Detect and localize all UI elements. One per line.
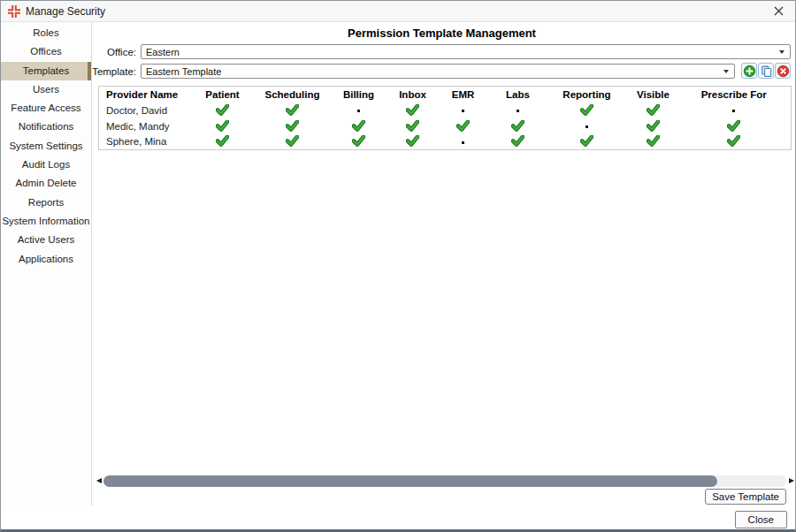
table-body: Doctor, DavidMedic, MandySphere, Mina xyxy=(99,103,792,150)
office-value: Eastern xyxy=(146,47,180,57)
permission-dot-icon[interactable] xyxy=(435,134,492,150)
column-header: Labs xyxy=(492,87,545,103)
column-header: Prescribe For xyxy=(677,87,792,103)
column-header: Provider Name xyxy=(99,87,188,103)
permission-check-icon[interactable] xyxy=(327,118,391,134)
sidebar-item-system-information[interactable]: System Information xyxy=(1,212,91,231)
permission-check-icon[interactable] xyxy=(630,134,677,150)
copy-template-button[interactable] xyxy=(758,63,774,79)
table-header-row: Provider NamePatientSchedulingBillingInb… xyxy=(99,87,792,103)
template-label: Template: xyxy=(85,66,136,77)
permission-check-icon[interactable] xyxy=(391,134,435,150)
titlebar: Manage Security xyxy=(1,1,795,22)
permission-check-icon[interactable] xyxy=(630,118,677,134)
permission-check-icon[interactable] xyxy=(188,134,258,150)
sidebar-item-offices[interactable]: Offices xyxy=(1,42,91,61)
permissions-table: Provider NamePatientSchedulingBillingInb… xyxy=(98,86,792,150)
permission-check-icon[interactable] xyxy=(677,134,792,150)
permission-check-icon[interactable] xyxy=(258,134,327,150)
sidebar-item-templates[interactable]: Templates xyxy=(1,62,91,80)
sidebar-item-system-settings[interactable]: System Settings xyxy=(1,137,91,156)
column-header: Visible xyxy=(630,87,677,103)
chevron-down-icon xyxy=(723,70,729,73)
permission-check-icon[interactable] xyxy=(435,118,492,134)
column-header: EMR xyxy=(435,87,492,103)
provider-row[interactable]: Doctor, David xyxy=(99,103,792,118)
column-header: Scheduling xyxy=(258,87,327,103)
chevron-down-icon xyxy=(779,50,785,54)
permission-check-icon[interactable] xyxy=(492,118,545,134)
permission-check-icon[interactable] xyxy=(258,103,327,118)
copy-pages-icon xyxy=(760,65,773,78)
permission-check-icon[interactable] xyxy=(391,103,435,118)
provider-row[interactable]: Sphere, Mina xyxy=(99,134,792,150)
plus-circle-icon xyxy=(743,65,756,78)
permission-dot-icon[interactable] xyxy=(435,103,492,118)
permission-check-icon[interactable] xyxy=(677,118,792,134)
column-header: Billing xyxy=(327,87,391,103)
scroll-left-icon[interactable] xyxy=(96,478,102,483)
page-title: Permission Template Management xyxy=(93,27,791,40)
permission-dot-icon[interactable] xyxy=(677,103,792,118)
permission-check-icon[interactable] xyxy=(630,103,677,118)
office-label: Office: xyxy=(85,47,136,57)
permission-dot-icon[interactable] xyxy=(327,103,391,118)
provider-name-cell: Sphere, Mina xyxy=(99,134,188,150)
save-template-button[interactable]: Save Template xyxy=(705,489,786,505)
template-value: Eastern Template xyxy=(146,66,221,77)
manage-security-window: Manage Security RolesOfficesTemplatesUse… xyxy=(0,0,796,532)
sidebar-item-audit-logs[interactable]: Audit Logs xyxy=(1,156,91,174)
permission-check-icon[interactable] xyxy=(391,118,435,134)
app-logo-icon xyxy=(8,5,20,18)
permission-check-icon[interactable] xyxy=(188,103,258,118)
window-close-icon[interactable] xyxy=(769,4,788,19)
sidebar-item-notifications[interactable]: Notifications xyxy=(1,118,91,136)
sidebar-item-applications[interactable]: Applications xyxy=(1,250,91,269)
provider-name-cell: Medic, Mandy xyxy=(99,118,188,134)
column-header: Patient xyxy=(188,87,258,103)
close-button[interactable]: Close xyxy=(735,511,787,528)
sidebar-item-feature-access[interactable]: Feature Access xyxy=(1,99,91,118)
permission-check-icon[interactable] xyxy=(188,118,258,134)
window-title: Manage Security xyxy=(26,5,105,18)
sidebar-item-active-users[interactable]: Active Users xyxy=(1,231,91,249)
delete-template-button[interactable] xyxy=(775,63,791,79)
provider-row[interactable]: Medic, Mandy xyxy=(99,118,792,134)
permission-check-icon[interactable] xyxy=(327,134,391,150)
column-header: Reporting xyxy=(545,87,630,103)
permission-dot-icon[interactable] xyxy=(492,103,545,118)
office-select[interactable]: Eastern xyxy=(141,44,791,59)
add-template-button[interactable] xyxy=(741,63,757,79)
horizontal-scrollbar[interactable] xyxy=(96,475,794,487)
sidebar-item-admin-delete[interactable]: Admin Delete xyxy=(1,174,91,193)
scrollbar-thumb[interactable] xyxy=(103,475,717,487)
sidebar-item-reports[interactable]: Reports xyxy=(1,194,91,212)
x-circle-icon xyxy=(777,65,790,78)
scroll-right-icon[interactable] xyxy=(789,478,794,483)
template-select[interactable]: Eastern Template xyxy=(141,64,735,79)
sidebar-item-roles[interactable]: Roles xyxy=(1,24,91,42)
provider-name-cell: Doctor, David xyxy=(99,103,188,118)
column-header: Inbox xyxy=(391,87,435,103)
sidebar: RolesOfficesTemplatesUsersFeature Access… xyxy=(1,22,92,506)
permission-dot-icon[interactable] xyxy=(545,118,630,134)
permission-check-icon[interactable] xyxy=(545,134,630,150)
permission-check-icon[interactable] xyxy=(258,118,327,134)
permission-check-icon[interactable] xyxy=(545,103,630,118)
sidebar-item-users[interactable]: Users xyxy=(1,80,91,99)
permission-check-icon[interactable] xyxy=(492,134,545,150)
